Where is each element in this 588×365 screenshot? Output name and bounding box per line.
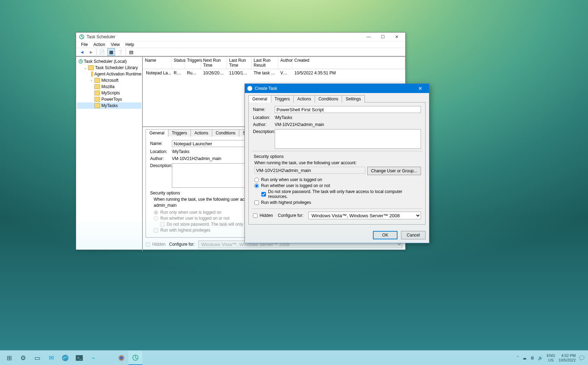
check-no-password-label: Do not store password. The task will onl… [268,189,421,199]
check-hidden[interactable] [253,213,258,218]
change-user-button[interactable]: Change User or Group... [367,167,421,175]
dialog-titlebar[interactable]: Create Task ✕ [245,84,429,93]
location-value: \MyTasks [275,115,292,120]
tab-triggers[interactable]: Triggers [271,95,294,102]
cell-name: Notepad La... [146,71,171,75]
menu-help[interactable]: Help [123,41,137,48]
ok-button[interactable]: OK [373,231,397,239]
svg-point-14 [120,356,123,360]
tree-item-microsoft[interactable]: ›Microsoft [77,77,141,84]
tree-item-mozilla[interactable]: Mozilla [77,84,141,90]
menubar: File Action View Help [76,41,405,48]
tab-triggers[interactable]: Triggers [168,129,191,137]
cancel-button[interactable]: Cancel [401,231,426,239]
tree-item-powertoys[interactable]: PowerToys [77,96,141,102]
hidden-label: Hidden [260,213,273,218]
location-label: Location: [253,115,275,120]
task-scheduler-icon [79,34,85,40]
configure-label: Configure for: [278,213,303,218]
menu-action[interactable]: Action [91,41,108,48]
name-label: Name: [150,141,172,146]
description-input[interactable] [275,129,421,149]
tree-item-mytasks[interactable]: MyTasks [77,102,141,109]
tree-item-agent[interactable]: Agent Activation Runtime [77,71,141,77]
radio-whether-label: Run whether user is logged on or not [261,183,330,188]
clock-date: 10/5/2022 [559,358,576,363]
vscode-icon[interactable]: ⌁ [86,351,100,365]
network-icon[interactable]: 🖥 [530,356,534,360]
tab-conditions[interactable]: Conditions [315,95,342,102]
cell-status: Ready [172,70,185,76]
col-last-result[interactable]: Last Run Result [252,57,278,69]
folder-icon [94,78,100,83]
radio-logged-on [154,210,158,215]
tree-root[interactable]: Task Scheduler (Local) [77,58,141,65]
tree-library[interactable]: ⌄Task Scheduler Library [77,65,141,71]
titlebar[interactable]: Task Scheduler — ☐ ✕ [76,33,405,41]
tree-item-label: Mozilla [101,84,114,89]
menu-file[interactable]: File [78,41,91,48]
volume-icon[interactable]: 🔊 [538,356,543,360]
tree-item-label: Microsoft [101,78,119,83]
tray-chevron-icon[interactable]: ˄ [517,356,519,360]
task-scheduler-taskbar-icon[interactable] [128,351,142,365]
back-button[interactable]: ◄ [78,48,86,56]
terminal-icon[interactable]: >_ [72,351,86,365]
up-button[interactable]: 📄 [98,48,106,56]
explorer-icon[interactable] [100,351,114,365]
configure-select[interactable]: Windows Vista™, Windows Server™ 2008 [308,212,421,219]
name-input[interactable] [275,106,421,113]
tab-settings[interactable]: Settings [342,95,365,102]
minimize-button[interactable]: — [362,33,376,41]
mail-icon[interactable]: ✉ [44,351,58,365]
settings-icon[interactable]: ⚙ [16,351,30,365]
col-triggers[interactable]: Triggers [185,57,201,69]
tree-item-label: Agent Activation Runtime [94,72,141,77]
location-label: Location: [150,149,172,154]
col-last-run[interactable]: Last Run Time [227,57,252,69]
col-next-run[interactable]: Next Run Time [201,57,227,69]
refresh-button[interactable]: ▤ [127,48,135,56]
firefox-icon[interactable] [114,351,128,365]
chevron-right-icon[interactable]: › [89,79,94,82]
task-view-icon[interactable]: ▭ [30,351,44,365]
security-user-field [254,167,365,174]
tree-item-myscripts[interactable]: MyScripts [77,90,141,96]
edge-icon[interactable] [58,351,72,365]
tab-general[interactable]: General [248,95,271,102]
dialog-close-button[interactable]: ✕ [414,84,427,93]
show-hide-tree-button[interactable]: ▦ [107,48,115,56]
onedrive-icon[interactable]: ☁ [522,356,527,360]
folder-icon [94,97,100,102]
lang-primary: ENG [547,353,555,358]
start-button[interactable]: ⊞ [2,351,16,365]
radio-logged-on[interactable] [254,178,259,182]
check-highest-label: Run with highest privileges [261,200,311,205]
tab-actions[interactable]: Actions [191,129,212,137]
check-no-password[interactable] [261,192,266,197]
menu-view[interactable]: View [108,41,123,48]
chevron-down-icon[interactable]: ⌄ [83,66,87,70]
clock[interactable]: 4:52 PM 10/5/2022 [559,353,576,363]
window-title: Task Scheduler [87,34,362,39]
check-hidden [146,242,150,247]
col-name[interactable]: Name [143,57,172,69]
properties-button[interactable]: ❔ [116,48,124,56]
table-row[interactable]: Notepad La... Ready Runs ... 10/26/2022 … [143,69,405,77]
language-indicator[interactable]: ENG US [547,353,555,363]
col-status[interactable]: Status [172,57,185,69]
tab-general[interactable]: General [146,129,168,137]
tab-conditions[interactable]: Conditions [212,129,240,137]
maximize-button[interactable]: ☐ [376,33,390,41]
folder-icon [94,91,100,95]
col-created[interactable]: Created [292,57,405,69]
folder-icon [94,103,100,108]
tab-actions[interactable]: Actions [293,95,315,102]
notifications-icon[interactable]: 💬 [579,356,584,360]
close-button[interactable]: ✕ [390,33,404,41]
check-highest-priv[interactable] [254,200,259,205]
forward-button[interactable]: ► [87,48,95,56]
col-author[interactable]: Author [278,57,292,69]
folder-icon [94,84,100,89]
radio-whether[interactable] [254,184,259,188]
